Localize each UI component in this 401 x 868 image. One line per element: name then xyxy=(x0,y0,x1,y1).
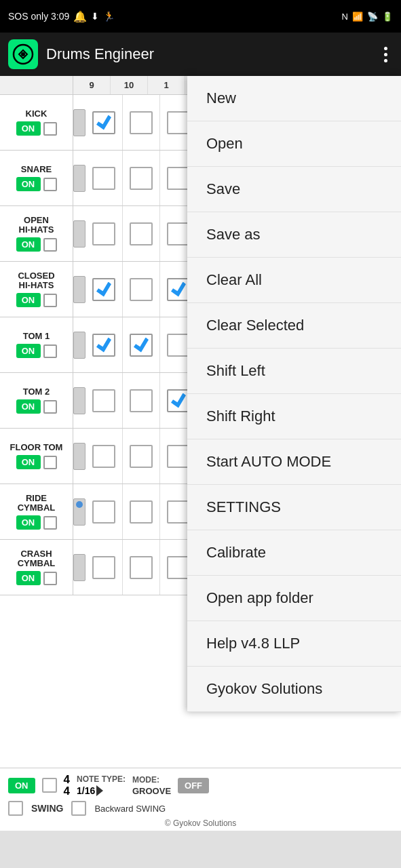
open-hihats-on-button[interactable]: ON xyxy=(16,237,41,252)
tom2-on-button[interactable]: ON xyxy=(16,399,41,414)
status-bar: SOS only 3:09 🔔 ⬇ 🏃 N 📶 📡 🔋 xyxy=(0,0,401,33)
kick-label: KICK xyxy=(26,109,47,119)
crash-cymbal-cell-10[interactable] xyxy=(123,540,160,595)
tom1-select-checkbox[interactable] xyxy=(43,344,57,358)
row-label-crash-cymbal: CRASHCYMBAL ON xyxy=(0,540,73,595)
kick-check-9[interactable] xyxy=(92,111,115,134)
tom2-cell-10[interactable] xyxy=(123,373,160,428)
closed-hihats-side-btn xyxy=(73,276,85,303)
kick-on-button[interactable]: ON xyxy=(16,121,41,136)
nfc-icon: N xyxy=(342,12,348,22)
snare-cell-9[interactable] xyxy=(85,151,123,205)
tom2-select-checkbox[interactable] xyxy=(43,400,57,414)
crash-cymbal-cell-9[interactable] xyxy=(85,540,123,595)
note-type-value: 1/16 xyxy=(77,785,126,796)
closed-hihats-select-checkbox[interactable] xyxy=(43,294,57,307)
kick-check-10[interactable] xyxy=(130,111,153,134)
floor-tom-cell-10[interactable] xyxy=(123,429,160,484)
tom2-check-1[interactable] xyxy=(167,389,190,412)
snare-on-button[interactable]: ON xyxy=(16,177,41,191)
closed-hihats-check-9[interactable] xyxy=(92,278,115,301)
floor-tom-cell-9[interactable] xyxy=(85,429,123,484)
tom2-cell-9[interactable] xyxy=(85,373,123,428)
menu-item-save[interactable]: Save xyxy=(187,167,401,212)
menu-item-shift-right[interactable]: Shift Right xyxy=(187,394,401,439)
closed-hihats-label: CLOSEDHI-HATS xyxy=(18,271,54,291)
open-hihats-cell-10[interactable] xyxy=(123,206,160,261)
menu-item-settings[interactable]: SETTINGS xyxy=(187,485,401,530)
global-off-button[interactable]: OFF xyxy=(178,778,209,793)
menu-item-save-as[interactable]: Save as xyxy=(187,212,401,258)
tom2-check-10[interactable] xyxy=(130,389,153,412)
open-hihats-cell-9[interactable] xyxy=(85,206,123,261)
open-hihats-select-checkbox[interactable] xyxy=(43,238,57,252)
floor-tom-on-button[interactable]: ON xyxy=(16,455,41,469)
closed-hihats-on-button[interactable]: ON xyxy=(16,293,41,307)
kick-select-checkbox[interactable] xyxy=(43,122,57,136)
tom1-check-1[interactable] xyxy=(167,334,190,357)
kick-check-1[interactable] xyxy=(167,111,190,134)
tom1-cell-10[interactable] xyxy=(123,317,160,372)
overflow-menu-button[interactable] xyxy=(379,44,393,65)
menu-item-calibrate[interactable]: Calibrate xyxy=(187,530,401,576)
open-hihats-check-9[interactable] xyxy=(92,222,115,245)
snare-select-checkbox[interactable] xyxy=(43,178,57,191)
closed-hihats-check-10[interactable] xyxy=(130,278,153,301)
crash-cymbal-check-1[interactable] xyxy=(167,556,190,579)
open-hihats-check-10[interactable] xyxy=(130,222,153,245)
global-checkbox[interactable] xyxy=(42,778,57,793)
floor-tom-check-1[interactable] xyxy=(167,445,190,468)
tom2-side-btn xyxy=(73,387,85,414)
app-logo xyxy=(8,39,38,69)
open-hihats-check-1[interactable] xyxy=(167,222,190,245)
crash-cymbal-check-9[interactable] xyxy=(92,556,115,579)
closed-hihats-cell-10[interactable] xyxy=(123,262,160,317)
menu-item-shift-left[interactable]: Shift Left xyxy=(187,349,401,394)
main-content: 9 10 1 KICK ON xyxy=(0,76,401,768)
floor-tom-select-checkbox[interactable] xyxy=(43,456,57,469)
menu-item-open-app-folder[interactable]: Open app folder xyxy=(187,576,401,621)
tom1-cell-9[interactable] xyxy=(85,317,123,372)
open-hihats-controls: ON xyxy=(16,237,57,252)
ride-cymbal-on-button[interactable]: ON xyxy=(16,515,41,530)
ride-cymbal-side-btn xyxy=(73,498,85,526)
global-on-button[interactable]: ON xyxy=(8,778,35,793)
snare-check-9[interactable] xyxy=(92,167,115,190)
floor-tom-controls: ON xyxy=(16,455,57,469)
tom1-check-9[interactable] xyxy=(92,334,115,357)
menu-item-gyokov-solutions[interactable]: Gyokov Solutions xyxy=(187,667,401,712)
ride-cymbal-cell-9[interactable] xyxy=(85,484,123,539)
crash-cymbal-controls: ON xyxy=(16,571,57,585)
floor-tom-check-9[interactable] xyxy=(92,445,115,468)
menu-item-clear-all[interactable]: Clear All xyxy=(187,258,401,303)
crash-cymbal-on-button[interactable]: ON xyxy=(16,571,41,585)
bottom-row1: ON 4 4 NOTE TYPE: 1/16 MODE: GROOVE OFF xyxy=(8,774,393,797)
floor-tom-check-10[interactable] xyxy=(130,445,153,468)
ride-cymbal-select-checkbox[interactable] xyxy=(43,516,57,530)
menu-item-help[interactable]: Help v4.8 LLP xyxy=(187,621,401,667)
snare-cell-10[interactable] xyxy=(123,151,160,205)
swing-checkbox[interactable] xyxy=(8,801,23,816)
ride-cymbal-check-10[interactable] xyxy=(130,500,153,524)
crash-cymbal-select-checkbox[interactable] xyxy=(43,572,57,585)
backward-swing-checkbox[interactable] xyxy=(71,801,86,816)
closed-hihats-check-1[interactable] xyxy=(167,278,190,301)
menu-item-start-auto-mode[interactable]: Start AUTO MODE xyxy=(187,439,401,485)
crash-cymbal-check-10[interactable] xyxy=(130,556,153,579)
bell-icon: 🔔 xyxy=(73,10,87,23)
tom1-check-10[interactable] xyxy=(130,334,153,357)
tom2-check-9[interactable] xyxy=(92,389,115,412)
menu-item-clear-selected[interactable]: Clear Selected xyxy=(187,303,401,349)
ride-cymbal-check-9[interactable] xyxy=(92,500,115,524)
snare-check-10[interactable] xyxy=(130,167,153,190)
open-hihats-side-btn xyxy=(73,220,85,248)
snare-check-1[interactable] xyxy=(167,167,190,190)
tom1-on-button[interactable]: ON xyxy=(16,344,41,358)
menu-item-open[interactable]: Open xyxy=(187,121,401,167)
ride-cymbal-cell-10[interactable] xyxy=(123,484,160,539)
closed-hihats-cell-9[interactable] xyxy=(85,262,123,317)
kick-cell-9[interactable] xyxy=(85,95,123,150)
kick-cell-10[interactable] xyxy=(123,95,160,150)
menu-item-new[interactable]: New xyxy=(187,76,401,121)
ride-cymbal-check-1[interactable] xyxy=(167,500,190,524)
